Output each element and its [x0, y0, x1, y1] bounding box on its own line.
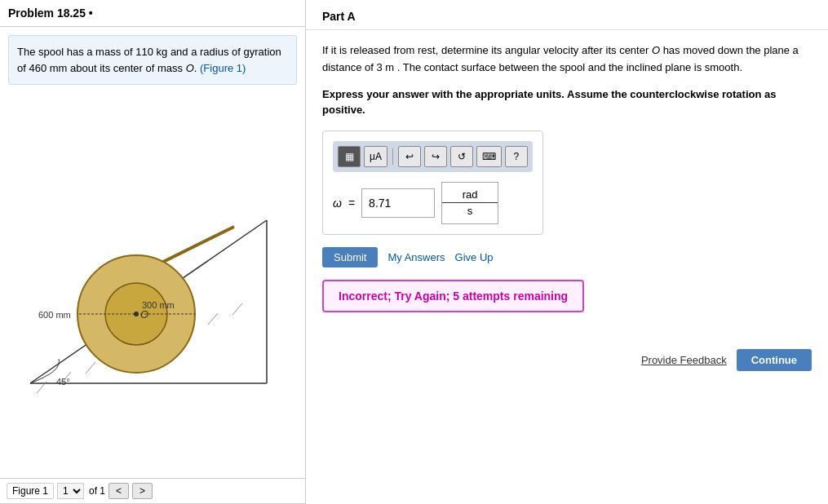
provide-feedback-link[interactable]: Provide Feedback: [641, 354, 727, 366]
figure-nav: Figure 1 1 of 1 < >: [0, 478, 305, 504]
unit-denominator: s: [467, 203, 473, 217]
error-message: Incorrect; Try Again; 5 attempts remaini…: [322, 280, 584, 312]
undo-button[interactable]: ↩: [398, 146, 421, 167]
matrix-button[interactable]: ▦: [338, 146, 361, 167]
right-panel: Part A If it is released from rest, dete…: [306, 0, 828, 504]
input-row: ω = rad s: [333, 182, 533, 224]
omega-label: ω: [333, 197, 342, 210]
problem-description: The spool has a mass of 110 kg and a rad…: [8, 35, 297, 85]
answer-input[interactable]: [361, 188, 435, 218]
figure-diagram: O 600 mm 300 mm 45°: [14, 171, 291, 400]
footer-row: Provide Feedback Continue: [306, 341, 828, 379]
left-panel: Problem 18.25 • The spool has a mass of …: [0, 0, 306, 504]
svg-line-5: [86, 362, 95, 374]
keyboard-icon: ⌨: [482, 151, 496, 162]
figure-label: Figure 1: [7, 483, 54, 499]
help-button[interactable]: ?: [505, 146, 528, 167]
toolbar-separator-1: [392, 148, 393, 165]
problem-title: Problem 18.25 •: [0, 0, 305, 27]
svg-line-10: [208, 313, 218, 325]
mu-button[interactable]: μΑ: [364, 146, 387, 167]
reset-icon: ↺: [458, 151, 466, 162]
formula-toolbar: ▦ μΑ ↩ ↪ ↺ ⌨ ?: [333, 141, 533, 172]
figure-of-text: of 1: [89, 485, 105, 497]
figure-link[interactable]: (Figure 1): [200, 62, 246, 74]
figure-select[interactable]: 1: [57, 483, 84, 499]
continue-button[interactable]: Continue: [737, 349, 812, 371]
svg-text:600 mm: 600 mm: [38, 310, 71, 320]
equals-sign: =: [348, 197, 355, 210]
keyboard-button[interactable]: ⌨: [476, 146, 502, 167]
undo-icon: ↩: [405, 151, 414, 162]
figure-prev-button[interactable]: <: [108, 483, 129, 499]
submit-button[interactable]: Submit: [322, 247, 378, 267]
unit-numerator: rad: [442, 188, 498, 203]
redo-button[interactable]: ↪: [424, 146, 447, 167]
reset-button[interactable]: ↺: [450, 146, 473, 167]
give-up-link[interactable]: Give Up: [455, 251, 494, 263]
figure-next-button[interactable]: >: [132, 483, 153, 499]
instruction-text: Express your answer with the appropriate…: [322, 86, 812, 118]
svg-text:45°: 45°: [56, 377, 70, 387]
redo-icon: ↪: [432, 151, 440, 162]
svg-line-11: [232, 303, 242, 315]
action-row: Submit My Answers Give Up: [322, 247, 812, 267]
figure-area: O 600 mm 300 mm 45°: [0, 93, 305, 478]
unit-box: rad s: [441, 182, 498, 224]
svg-text:300 mm: 300 mm: [142, 300, 175, 310]
help-icon: ?: [514, 151, 520, 162]
part-header: Part A: [306, 0, 828, 30]
matrix-icon: ▦: [345, 151, 354, 162]
answer-box: ▦ μΑ ↩ ↪ ↺ ⌨ ?: [322, 130, 543, 235]
mu-icon: μΑ: [370, 151, 382, 162]
my-answers-link[interactable]: My Answers: [387, 251, 445, 263]
problem-text: If it is released from rest, determine i…: [322, 42, 812, 77]
part-content: If it is released from rest, determine i…: [306, 30, 828, 341]
